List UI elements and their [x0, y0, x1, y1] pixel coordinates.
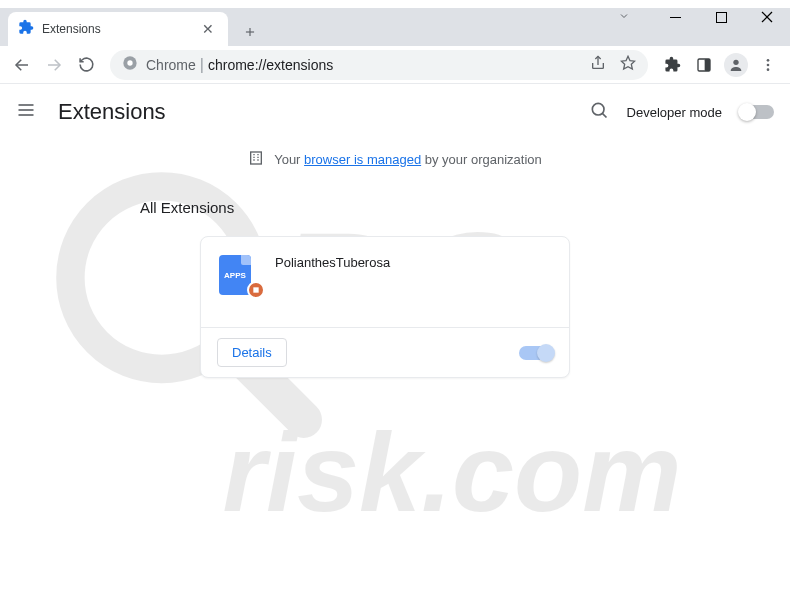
tab-extensions[interactable]: Extensions ✕ [8, 12, 228, 46]
tab-label: Extensions [42, 22, 101, 36]
svg-rect-34 [253, 287, 258, 292]
extensions-menu-icon[interactable] [658, 51, 686, 79]
profile-avatar[interactable] [722, 51, 750, 79]
back-button[interactable] [8, 51, 36, 79]
new-tab-button[interactable] [236, 18, 264, 46]
svg-point-9 [127, 60, 132, 65]
search-icon[interactable] [589, 100, 609, 124]
menu-icon[interactable] [16, 100, 40, 124]
extension-icon [18, 19, 34, 39]
address-bar[interactable]: Chrome | chrome://extensions [110, 50, 648, 80]
close-tab-icon[interactable]: ✕ [198, 17, 218, 41]
url-text: chrome://extensions [208, 57, 333, 73]
extension-app-icon: APPS [219, 255, 259, 295]
svg-rect-13 [705, 59, 710, 71]
extensions-toolbar: Extensions Developer mode [0, 84, 790, 140]
kebab-menu-icon[interactable] [754, 51, 782, 79]
maximize-button[interactable] [698, 0, 744, 34]
share-icon[interactable] [590, 55, 606, 75]
developer-mode-label: Developer mode [627, 105, 722, 120]
svg-line-26 [602, 113, 606, 117]
chrome-icon [122, 55, 138, 75]
close-window-button[interactable] [744, 0, 790, 34]
browser-managed-link[interactable]: browser is managed [304, 152, 421, 167]
svg-point-25 [592, 103, 604, 115]
side-panel-icon[interactable] [690, 51, 718, 79]
svg-point-14 [733, 59, 738, 64]
section-title: All Extensions [140, 199, 790, 216]
page-title: Extensions [58, 99, 166, 125]
managed-notice: Your browser is managed by your organiza… [0, 140, 790, 179]
building-icon [248, 150, 264, 169]
svg-point-16 [767, 63, 770, 66]
forward-button[interactable] [40, 51, 68, 79]
details-button[interactable]: Details [217, 338, 287, 367]
bookmark-icon[interactable] [620, 55, 636, 75]
svg-text:risk.com: risk.com [223, 410, 682, 535]
managed-badge-icon [247, 281, 265, 299]
browser-toolbar: Chrome | chrome://extensions [0, 46, 790, 84]
minimize-button[interactable] [652, 0, 698, 34]
developer-mode-toggle[interactable] [740, 105, 774, 119]
svg-rect-27 [251, 152, 262, 164]
url-scheme: Chrome [146, 57, 196, 73]
extension-enable-toggle[interactable] [519, 346, 553, 360]
extension-card: APPS PolianthesTuberosa Details [200, 236, 570, 378]
svg-rect-1 [716, 12, 726, 22]
extension-name: PolianthesTuberosa [275, 255, 390, 309]
reload-button[interactable] [72, 51, 100, 79]
svg-point-15 [767, 59, 770, 62]
svg-marker-11 [621, 56, 634, 69]
caret-down-icon[interactable] [618, 8, 630, 26]
svg-point-17 [767, 68, 770, 71]
